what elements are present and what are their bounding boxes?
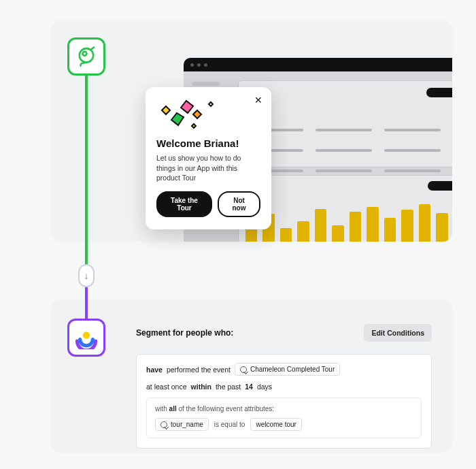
sparkles-illustration bbox=[156, 98, 260, 131]
bar-chart bbox=[245, 195, 452, 242]
cond2b: the past bbox=[216, 383, 241, 391]
chart-bar bbox=[401, 210, 413, 242]
attribute-value-chip[interactable]: welcome tour bbox=[250, 418, 301, 431]
svg-point-2 bbox=[83, 332, 90, 339]
attribute-row: tour_name is equal to welcome tour bbox=[155, 418, 413, 431]
chart-bar bbox=[315, 209, 326, 242]
edit-conditions-button[interactable]: Edit Conditions bbox=[364, 324, 432, 342]
welcome-tour-modal: ✕ Welcome Briana! Let us show you how to… bbox=[146, 87, 271, 229]
condition-line-1: have performed the event Chameleon Compl… bbox=[146, 363, 422, 376]
chart-bar bbox=[245, 228, 257, 242]
cond2c: days bbox=[257, 383, 272, 391]
connector-line-purple bbox=[85, 287, 88, 319]
cond2within: within bbox=[191, 383, 211, 391]
attribute-op: is equal to bbox=[214, 421, 245, 428]
cond-have: have bbox=[146, 366, 163, 374]
browser-chrome bbox=[184, 58, 452, 71]
customerio-logo bbox=[67, 319, 105, 357]
segment-card: Segment for people who: Edit Conditions … bbox=[51, 300, 452, 453]
tour-title: Welcome Briana! bbox=[156, 138, 260, 149]
users-panel-action[interactable] bbox=[426, 88, 452, 97]
cond2a: at least once bbox=[146, 383, 187, 391]
attribute-value: welcome tour bbox=[256, 421, 296, 428]
close-icon[interactable]: ✕ bbox=[252, 94, 265, 106]
attribute-chip[interactable]: tour_name bbox=[155, 418, 209, 431]
cond-text: performed the event bbox=[167, 366, 231, 374]
chart-bar bbox=[367, 207, 378, 242]
flow-arrow-node: ↓ bbox=[78, 264, 95, 287]
conditions-box: have performed the event Chameleon Compl… bbox=[136, 354, 432, 449]
chart-bar bbox=[419, 204, 430, 242]
attribute-icon bbox=[160, 421, 167, 428]
cond2num: 14 bbox=[245, 383, 253, 391]
segment-title: Segment for people who: bbox=[136, 328, 233, 338]
tour-body: Let us show you how to do things in our … bbox=[156, 153, 260, 183]
chart-bar bbox=[280, 228, 292, 242]
chart-bar bbox=[332, 225, 343, 242]
connector-line-green bbox=[85, 76, 88, 287]
chart-bar bbox=[297, 221, 309, 242]
not-now-button[interactable]: Not now bbox=[218, 191, 260, 217]
condition-line-2: at least once within the past 14 days bbox=[146, 383, 422, 391]
attribute-name: tour_name bbox=[171, 421, 203, 428]
event-chip-label: Chameleon Completed Tour bbox=[250, 366, 335, 373]
window-dot bbox=[204, 63, 207, 67]
svg-point-1 bbox=[82, 52, 86, 56]
window-dot bbox=[197, 63, 201, 67]
attributes-label: with all of the following event attribut… bbox=[155, 405, 413, 413]
chart-bar bbox=[384, 218, 396, 242]
chart-panel-action[interactable] bbox=[428, 181, 452, 191]
take-tour-button[interactable]: Take the Tour bbox=[156, 191, 212, 217]
chameleon-logo bbox=[67, 37, 105, 76]
attributes-box: with all of the following event attribut… bbox=[146, 398, 422, 438]
event-chip[interactable]: Chameleon Completed Tour bbox=[235, 363, 340, 376]
chart-bar bbox=[350, 212, 361, 242]
event-icon bbox=[240, 366, 247, 373]
chart-bar bbox=[436, 213, 447, 242]
window-dot bbox=[190, 63, 194, 67]
